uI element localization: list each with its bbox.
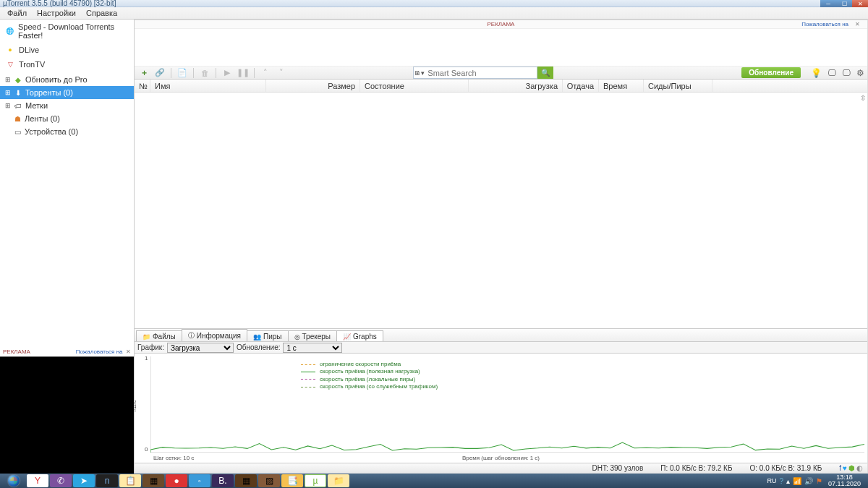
twitter-icon[interactable]: ♥	[843, 464, 847, 472]
col-time[interactable]: Время	[599, 80, 644, 92]
promo-icon: ●	[6, 46, 14, 54]
toolbar-separator	[193, 68, 194, 78]
promo-text: TronTV	[19, 60, 45, 69]
search-button[interactable]: 🔍	[537, 67, 553, 79]
share-icon[interactable]: ⬢	[848, 464, 855, 472]
remote-icon[interactable]: 🖵	[827, 68, 836, 78]
taskbar-app-shield[interactable]: ◦	[189, 474, 210, 487]
menu-file[interactable]: Файл	[3, 7, 31, 19]
sidebar-item-upgrade[interactable]: ⊞ ◆ Обновить до Pro	[0, 73, 134, 86]
graphs-icon: 📈	[343, 333, 351, 341]
tray-lang[interactable]: RU	[767, 477, 776, 484]
taskbar-app-explorer[interactable]: 📁	[328, 474, 349, 487]
tray-volume-icon[interactable]: 🔊	[804, 477, 813, 485]
add-url-button[interactable]: 🔗	[153, 68, 166, 78]
move-down-button: ˅	[275, 68, 288, 78]
antivirus-icon[interactable]: 💡	[811, 68, 822, 78]
search-input[interactable]	[425, 67, 537, 79]
upgrade-button[interactable]: Обновление	[741, 67, 801, 78]
col-size[interactable]: Размер	[266, 80, 360, 92]
remove-button: 🗑	[198, 68, 211, 78]
taskbar-app-yandex[interactable]: Y	[27, 474, 48, 487]
taskbar-app-b[interactable]: B.	[212, 474, 234, 487]
tray-flag-icon[interactable]: ▴	[786, 477, 790, 485]
taskbar-app-utorrent[interactable]: µ	[305, 474, 326, 487]
taskbar-app-minecraft[interactable]: ▦	[142, 474, 164, 487]
create-torrent-button[interactable]: 📄	[176, 68, 189, 78]
graph-type-select[interactable]: Загрузка	[167, 343, 234, 353]
col-seeds[interactable]: Сиды/Пиры	[644, 80, 712, 92]
taskbar-app-dup[interactable]: 📑	[281, 474, 303, 487]
graph-label: График:	[137, 343, 164, 351]
col-download[interactable]: Загрузка	[469, 80, 563, 92]
peers-icon: 👥	[253, 333, 261, 341]
minimize-button[interactable]: ─	[820, 0, 836, 7]
graph-update-select[interactable]: 1 с	[283, 343, 342, 353]
facebook-icon[interactable]: f	[839, 464, 841, 472]
taskbar-app-nox[interactable]: n	[96, 474, 118, 487]
remote2-icon[interactable]: 🖵	[842, 68, 851, 78]
status-upload: О: 0.0 КБ/с В: 31.9 КБ	[749, 464, 822, 472]
sidebar-item-devices[interactable]: ▭ Устройства (0)	[0, 125, 134, 138]
status-dht: DHT: 390 узлов	[592, 464, 643, 472]
col-name[interactable]: Имя	[150, 80, 266, 92]
taskbar-app-amongus[interactable]: ●	[166, 474, 187, 487]
close-button[interactable]: ✕	[852, 0, 868, 7]
panel-toggle-icon[interactable]: ⇳	[860, 94, 866, 102]
graph-xlab-left: Шаг сетки: 10 с	[153, 455, 194, 461]
sidebar-ad-box[interactable]	[0, 356, 134, 474]
expand-icon: ⊞	[4, 103, 11, 109]
help-icon[interactable]: ◐	[856, 464, 863, 472]
trackers-icon: ◎	[294, 333, 300, 341]
sidebar-item-labels[interactable]: ⊞ 🏷 Метки	[0, 99, 134, 112]
sidebar-item-feeds[interactable]: ☗ Ленты (0)	[0, 112, 134, 125]
promo-icon: ▽	[6, 60, 14, 69]
folder-icon: 📁	[142, 333, 150, 341]
detail-tabs: 📁Файлы ⓘИнформация 👥Пиры ◎Трекеры 📈Graph…	[135, 328, 867, 341]
graph-y-bottom: 0	[145, 446, 148, 453]
taskbar-app-notes[interactable]: 📋	[119, 474, 141, 487]
tray-action-icon[interactable]: ⚑	[816, 477, 822, 485]
menu-help[interactable]: Справка	[82, 7, 122, 19]
settings-icon[interactable]: ⚙	[856, 68, 864, 78]
tab-trackers[interactable]: ◎Трекеры	[288, 330, 337, 341]
sidebar-item-torrents[interactable]: ⊞ ⬇ Торренты (0)	[0, 86, 134, 99]
promo-item[interactable]: ▽TronTV	[0, 57, 134, 72]
top-ad-complain[interactable]: Пожаловаться на	[801, 21, 848, 27]
promo-item[interactable]: ●DLive	[0, 43, 134, 57]
windows-orb-icon	[8, 475, 20, 487]
top-ad-close[interactable]: ✕	[855, 21, 860, 27]
search-context-button[interactable]: 🗎▾	[413, 67, 425, 79]
sidebar-ad-label: РЕКЛАМА	[3, 348, 30, 355]
tray-help-icon[interactable]: ?	[779, 477, 783, 485]
taskbar-app-mc2[interactable]: ▦	[235, 474, 257, 487]
menu-settings[interactable]: Настройки	[33, 7, 80, 19]
top-ad-label: РЕКЛАМА	[488, 21, 515, 27]
tab-peers[interactable]: 👥Пиры	[247, 330, 289, 341]
tray-datetime[interactable]: 13:18 07.11.2020	[825, 474, 864, 487]
sidebar-ad-complain[interactable]: Пожаловаться на	[76, 348, 123, 355]
top-ad-space[interactable]	[135, 29, 867, 67]
tray-date: 07.11.2020	[828, 481, 861, 487]
taskbar-app-telegram[interactable]: ➤	[73, 474, 95, 487]
taskbar-app-texture[interactable]: ▨	[258, 474, 280, 487]
graph-yaxis-label: КБ/с	[135, 400, 137, 411]
maximize-button[interactable]: ☐	[836, 0, 852, 7]
tray-network-icon[interactable]: 📶	[793, 477, 801, 485]
pause-button: ❚❚	[237, 68, 250, 78]
sidebar-labels-label: Метки	[25, 101, 48, 110]
col-state[interactable]: Состояние	[360, 80, 469, 92]
sidebar-ad-close[interactable]: ✕	[126, 348, 131, 355]
start-button[interactable]	[1, 474, 26, 488]
sidebar-feeds-label: Ленты (0)	[25, 114, 60, 123]
add-torrent-button[interactable]: ＋	[137, 68, 150, 78]
main: 🌐Speed - Download Torrents Faster!●DLive…	[0, 20, 868, 474]
tab-graphs[interactable]: 📈Graphs	[336, 330, 383, 342]
promo-item[interactable]: 🌐Speed - Download Torrents Faster!	[0, 20, 134, 43]
tab-files[interactable]: 📁Файлы	[136, 330, 182, 341]
col-num[interactable]: №	[135, 80, 150, 92]
tab-info[interactable]: ⓘИнформация	[182, 329, 247, 341]
taskbar-app-viber[interactable]: ✆	[50, 474, 72, 487]
upgrade-pro-icon: ◆	[14, 75, 22, 84]
col-upload[interactable]: Отдача	[563, 80, 599, 92]
